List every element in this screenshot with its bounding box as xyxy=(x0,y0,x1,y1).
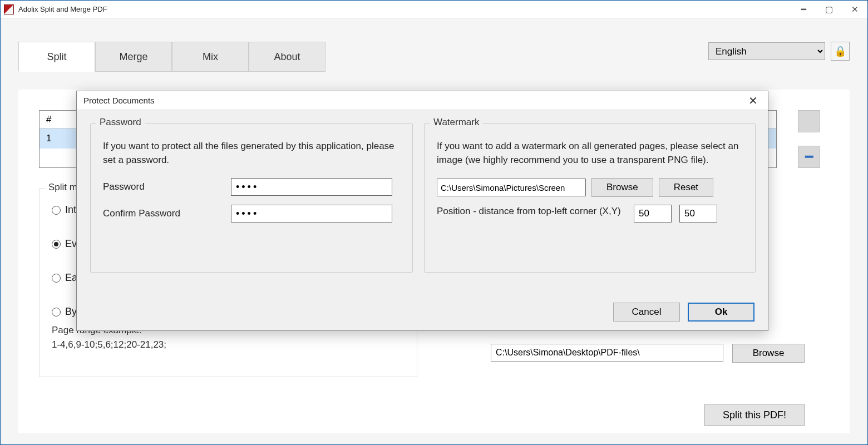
password-group: Password If you want to protect all the … xyxy=(90,123,413,273)
modal-overlay: Protect Documents ✕ Password If you want… xyxy=(1,1,867,444)
close-icon: ✕ xyxy=(748,95,758,107)
confirm-password-label: Confirm Password xyxy=(103,208,231,219)
watermark-y-input[interactable] xyxy=(679,205,717,222)
cancel-button[interactable]: Cancel xyxy=(613,303,680,322)
dialog-close-button[interactable]: ✕ xyxy=(745,93,761,108)
protect-documents-dialog: Protect Documents ✕ Password If you want… xyxy=(76,91,768,331)
password-legend: Password xyxy=(96,117,145,128)
password-input[interactable] xyxy=(231,178,392,196)
watermark-path-input[interactable] xyxy=(437,179,586,196)
watermark-position-label: Position - distance from top-left corner… xyxy=(437,205,626,219)
ok-button[interactable]: Ok xyxy=(688,303,754,322)
watermark-browse-button[interactable]: Browse xyxy=(591,178,653,197)
watermark-description: If you want to add a watermark on all ge… xyxy=(437,140,743,167)
password-label: Password xyxy=(103,181,231,192)
dialog-titlebar: Protect Documents ✕ xyxy=(77,91,768,110)
watermark-group: Watermark If you want to add a watermark… xyxy=(424,123,756,273)
password-description: If you want to protect all the files gen… xyxy=(103,140,400,167)
watermark-reset-button[interactable]: Reset xyxy=(659,178,713,197)
watermark-legend: Watermark xyxy=(430,117,483,128)
confirm-password-input[interactable] xyxy=(231,205,392,222)
watermark-x-input[interactable] xyxy=(634,205,672,222)
dialog-title: Protect Documents xyxy=(83,96,155,105)
